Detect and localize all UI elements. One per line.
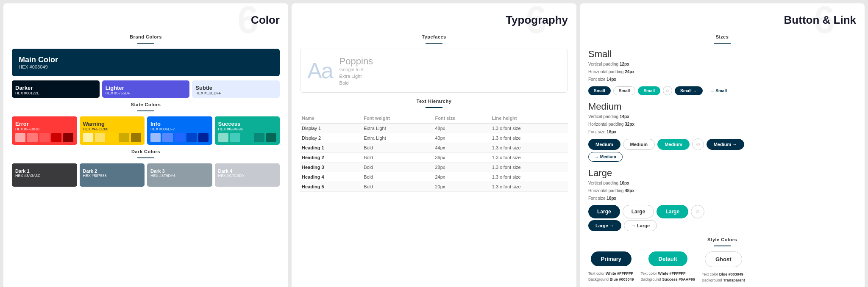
- row-h4-size: 24px: [433, 172, 490, 182]
- small-btn-arrow-ghost[interactable]: → Small: [705, 87, 732, 95]
- brand-colors-section: Brand Colors Main Color HEX #003049 Dark…: [12, 34, 280, 98]
- small-btn-teal[interactable]: Small: [638, 86, 660, 95]
- typeface-info: Poppins Google font Extra Light Bold: [339, 56, 561, 86]
- hierarchy-label: Text Hierarchy: [300, 99, 568, 104]
- hierarchy-underline: [426, 107, 442, 108]
- medium-btn-row-2: → Medium: [588, 152, 856, 162]
- table-row: Heading 5 Bold 20px 1.3 x font size: [300, 182, 568, 192]
- large-btn-outline[interactable]: Large: [623, 205, 654, 218]
- style-colors-label: Style Colors: [588, 237, 856, 242]
- row-display1-name: Display 1: [300, 124, 362, 133]
- dark-underline: [137, 157, 154, 158]
- default-button[interactable]: Default: [648, 251, 687, 266]
- row-h2-size: 36px: [433, 153, 490, 163]
- state-colors-section: State Colors Error HEX #FF3838 Warning H…: [12, 102, 280, 145]
- row-h3-name: Heading 3: [300, 163, 362, 172]
- dark2-box: Dark 2 HEX #587588: [80, 163, 145, 187]
- button-panel-title: Button & Link: [784, 14, 856, 27]
- small-btn-outline[interactable]: Small: [613, 86, 636, 95]
- default-meta: Text color White #FFFFFF Background Succ…: [641, 270, 695, 283]
- style-buttons-row: Primary Text color White #FFFFFF Backgro…: [588, 251, 856, 284]
- row-display2-weight: Extra Light: [362, 133, 433, 143]
- row-h5-name: Heading 5: [300, 182, 362, 192]
- lighter-box: Lighter HEX #5755DF: [102, 80, 190, 98]
- ghost-button[interactable]: Ghost: [705, 251, 742, 267]
- row-h2-line: 1.3 x font size: [490, 153, 568, 163]
- state-colors-label: State Colors: [12, 102, 280, 107]
- table-row: Heading 2 Bold 36px 1.3 x font size: [300, 153, 568, 163]
- state-underline: [137, 110, 154, 111]
- col-name: Name: [300, 113, 362, 124]
- small-btn-icon[interactable]: ⊘: [663, 86, 672, 95]
- ghost-btn-group: Ghost Text color Blue #003049 Background…: [702, 251, 745, 284]
- large-btn-teal[interactable]: Large: [657, 205, 688, 218]
- medium-btn-teal[interactable]: Medium: [657, 139, 690, 150]
- row-display2-size: 40px: [433, 133, 490, 143]
- dark-colors-section: Dark Colors Dark 1 HEX #3A3A3C Dark 2 HE…: [12, 149, 280, 187]
- small-btn-arrow-dark[interactable]: Small →: [675, 86, 702, 95]
- success-swatches: [218, 133, 277, 142]
- warning-box: Warning HEX #FFCC00: [80, 116, 145, 145]
- col-size: Font size: [433, 113, 490, 124]
- row-h1-size: 44px: [433, 143, 490, 153]
- table-row: Heading 4 Bold 24px 1.3 x font size: [300, 172, 568, 182]
- row-h5-weight: Bold: [362, 182, 433, 192]
- dark4-box: Dark 4 HEX #C7C9D0: [215, 163, 280, 187]
- row-h2-name: Heading 2: [300, 153, 362, 163]
- style-colors-section: Style Colors Primary Text color White #F…: [588, 237, 856, 284]
- col-line: Line height: [490, 113, 568, 124]
- subtle-box: Subtle HEX #E3EDFF: [192, 80, 280, 98]
- small-btn-dark[interactable]: Small: [588, 86, 611, 95]
- large-btn-arrow-outline[interactable]: → Large: [624, 220, 657, 231]
- small-btn-row: Small Small Small ⊘ Small → → Small: [588, 86, 856, 95]
- table-row: Heading 1 Bold 44px 1.3 x font size: [300, 143, 568, 153]
- primary-button[interactable]: Primary: [591, 251, 632, 266]
- medium-btn-icon[interactable]: ⊘: [692, 138, 704, 150]
- brand-variants-row: Darker HEX #00122E Lighter HEX #5755DF S…: [12, 80, 280, 98]
- typefaces-section: Typefaces Aa Poppins Google font Extra L…: [300, 34, 568, 93]
- row-h1-name: Heading 1: [300, 143, 362, 153]
- large-btn-dark[interactable]: Large: [588, 205, 620, 218]
- medium-details: Vertical padding 14px Horizontal padding…: [588, 113, 856, 136]
- medium-title: Medium: [588, 101, 856, 112]
- row-h1-line: 1.3 x font size: [490, 143, 568, 153]
- row-display2-name: Display 2: [300, 133, 362, 143]
- row-h5-line: 1.3 x font size: [490, 182, 568, 192]
- typefaces-underline: [426, 43, 442, 44]
- warning-swatches: [83, 133, 142, 142]
- table-row: Heading 3 Bold 28px 1.3 x font size: [300, 163, 568, 172]
- button-panel: 6 Button & Link Sizes Small Vertical pad…: [580, 3, 865, 287]
- row-display1-weight: Extra Light: [362, 124, 433, 133]
- main-color-hex: HEX #003049: [19, 64, 273, 69]
- medium-btn-row: Medium Medium Medium ⊘ Medium →: [588, 138, 856, 150]
- default-btn-group: Default Text color White #FFFFFF Backgro…: [641, 251, 695, 283]
- info-box: Info HEX #006EF7: [147, 116, 212, 145]
- typography-panel: 6 Typography Typefaces Aa Poppins Google…: [292, 3, 576, 287]
- row-display1-size: 48px: [433, 124, 490, 133]
- dark-colors-row: Dark 1 HEX #3A3A3C Dark 2 HEX #587588 Da…: [12, 163, 280, 187]
- hierarchy-table: Name Font weight Font size Line height D…: [300, 113, 568, 192]
- medium-btn-outline[interactable]: Medium: [623, 139, 655, 150]
- typography-title: Typography: [506, 14, 568, 27]
- darker-box: Darker HEX #00122E: [12, 80, 100, 98]
- typeface-graphic: Aa: [307, 60, 333, 82]
- table-row: Display 2 Extra Light 40px 1.3 x font si…: [300, 133, 568, 143]
- large-btn-icon[interactable]: ⊘: [691, 205, 704, 218]
- primary-meta: Text color White #FFFFFF Background Blue…: [588, 270, 634, 283]
- medium-btn-ghost-arrow[interactable]: → Medium: [588, 152, 623, 162]
- row-h4-name: Heading 4: [300, 172, 362, 182]
- large-btn-row-2: Large → → Large: [588, 220, 856, 231]
- style-underline: [714, 246, 731, 246]
- success-box: Success HEX #0AAF96: [215, 116, 280, 145]
- medium-btn-dark[interactable]: Medium: [588, 139, 620, 150]
- row-h3-weight: Bold: [362, 163, 433, 172]
- panel-title: Color: [251, 14, 280, 27]
- main-color-box: Main Color HEX #003049: [12, 49, 280, 76]
- info-swatches: [150, 133, 209, 142]
- row-display1-line: 1.3 x font size: [490, 124, 568, 133]
- large-btn-arrow-dark[interactable]: Large →: [588, 220, 621, 231]
- large-details: Vertical padding 16px Horizontal padding…: [588, 179, 856, 202]
- row-h2-weight: Bold: [362, 153, 433, 163]
- medium-btn-arrow[interactable]: Medium →: [707, 139, 745, 150]
- small-details: Vertical padding 12px Horizontal padding…: [588, 61, 856, 83]
